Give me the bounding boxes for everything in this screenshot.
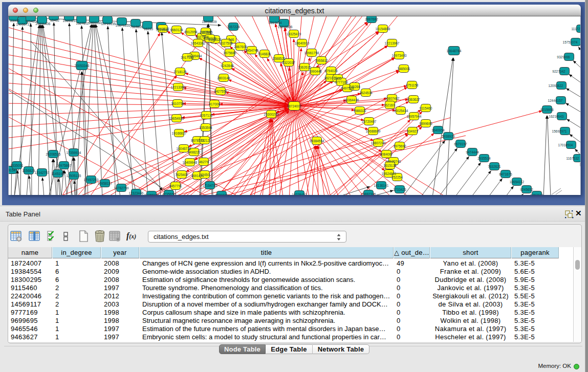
svg-text:1615132: 1615132 [383, 164, 397, 167]
svg-text:9084067: 9084067 [380, 152, 393, 156]
svg-text:2435: 2435 [334, 77, 342, 80]
svg-text:7632621: 7632621 [488, 165, 501, 168]
svg-text:6794028: 6794028 [324, 69, 338, 73]
svg-text:9115460: 9115460 [420, 106, 432, 110]
svg-text:9245652: 9245652 [520, 188, 533, 191]
svg-text:18640910: 18640910 [295, 41, 310, 45]
svg-text:16543362: 16543362 [191, 41, 206, 45]
svg-text:17359934: 17359934 [67, 151, 81, 155]
svg-text:16154808: 16154808 [376, 27, 390, 31]
svg-text:25300293: 25300293 [264, 113, 279, 116]
svg-text:18807249: 18807249 [371, 141, 386, 145]
svg-text:546: 546 [229, 38, 234, 41]
svg-text:20364436: 20364436 [344, 98, 359, 102]
svg-text:9363627: 9363627 [407, 98, 420, 101]
svg-text:19166827: 19166827 [172, 132, 187, 135]
svg-text:1975692: 1975692 [393, 144, 406, 148]
svg-text:746266: 746266 [349, 85, 360, 89]
svg-text:9227342: 9227342 [552, 70, 565, 73]
svg-text:2803144: 2803144 [217, 76, 230, 80]
svg-text:1610754: 1610754 [171, 102, 184, 105]
svg-text:1733426: 1733426 [393, 188, 406, 191]
svg-text:5938923: 5938923 [442, 135, 455, 138]
svg-text:16648784: 16648784 [447, 49, 462, 53]
svg-text:7986322: 7986322 [353, 109, 366, 113]
svg-text:12505135: 12505135 [67, 174, 81, 178]
svg-text:2935514: 2935514 [477, 157, 491, 160]
svg-text:1167532: 1167532 [567, 157, 579, 160]
svg-text:1527602: 1527602 [76, 21, 89, 25]
svg-text:10688609: 10688609 [366, 129, 381, 133]
svg-text:8215958: 8215958 [540, 108, 554, 112]
svg-text:9660124: 9660124 [170, 28, 183, 32]
svg-text:9474444: 9474444 [466, 150, 479, 154]
svg-text:12213967: 12213967 [385, 41, 400, 45]
svg-text:1751158: 1751158 [406, 83, 419, 87]
svg-text:17957253: 17957253 [84, 178, 99, 182]
svg-text:9327508: 9327508 [220, 41, 233, 45]
svg-text:16033809: 16033809 [202, 20, 217, 24]
svg-text:13325419: 13325419 [287, 32, 301, 36]
svg-text:4735650: 4735650 [162, 192, 176, 195]
svg-text:2718126: 2718126 [173, 70, 187, 74]
svg-text:3267130: 3267130 [200, 114, 213, 117]
svg-text:3498222: 3498222 [187, 150, 201, 154]
svg-text:23996: 23996 [10, 19, 19, 23]
svg-text:934923: 934923 [407, 129, 418, 133]
svg-text:12323446: 12323446 [129, 191, 144, 195]
svg-text:7515526: 7515526 [130, 25, 143, 29]
svg-text:92450: 92450 [200, 173, 209, 177]
svg-text:25882305: 25882305 [361, 192, 376, 195]
svg-text:14136141: 14136141 [374, 184, 389, 187]
svg-text:12342757: 12342757 [35, 171, 50, 174]
svg-text:10973493: 10973493 [392, 54, 407, 57]
svg-text:8471676: 8471676 [499, 172, 512, 176]
svg-text:1990448: 1990448 [309, 70, 322, 73]
svg-text:26206535: 26206535 [46, 152, 61, 156]
svg-text:9457791: 9457791 [169, 184, 182, 188]
svg-text:6466160: 6466160 [89, 21, 102, 25]
svg-text:12213369: 12213369 [171, 85, 186, 89]
svg-text:22455603: 22455603 [144, 193, 159, 195]
svg-text:11172: 11172 [571, 27, 580, 31]
svg-text:1145193: 1145193 [52, 172, 64, 176]
svg-text:10671355: 10671355 [116, 24, 130, 27]
svg-text:3675685: 3675685 [223, 51, 236, 55]
svg-text:3624534: 3624534 [359, 91, 373, 95]
svg-text:7357224: 7357224 [227, 25, 240, 29]
svg-text:19384554: 19384554 [310, 139, 324, 143]
svg-text:10654112: 10654112 [510, 180, 525, 184]
svg-text:12093822: 12093822 [549, 84, 563, 87]
svg-text:19524861: 19524861 [382, 172, 397, 176]
svg-text:1362615: 1362615 [298, 65, 311, 69]
svg-text:19654925: 19654925 [169, 117, 184, 120]
svg-text:12444157: 12444157 [548, 99, 563, 102]
svg-text:1588520: 1588520 [272, 57, 286, 60]
svg-text:17016504: 17016504 [558, 143, 573, 147]
svg-text:9146821: 9146821 [258, 52, 271, 56]
svg-text:15720407: 15720407 [362, 120, 377, 123]
svg-text:10719155: 10719155 [101, 22, 116, 26]
svg-text:10025434: 10025434 [394, 109, 408, 113]
svg-text:7625402: 7625402 [175, 173, 188, 177]
svg-text:9899695: 9899695 [419, 122, 432, 125]
svg-text:62160: 62160 [385, 103, 395, 107]
svg-text:73212: 73212 [200, 139, 209, 142]
svg-text:10228452: 10228452 [292, 193, 307, 195]
svg-text:16235: 16235 [144, 27, 153, 31]
svg-text:8454749: 8454749 [245, 49, 258, 52]
svg-text:1640954: 1640954 [431, 128, 445, 132]
svg-text:10958117: 10958117 [98, 182, 113, 185]
svg-text:18724007: 18724007 [287, 104, 302, 108]
svg-text:1353594: 1353594 [199, 126, 212, 129]
svg-text:19218506: 19218506 [278, 25, 293, 29]
svg-text:2887682: 2887682 [365, 17, 378, 21]
svg-text:1156829: 1156829 [23, 169, 35, 172]
svg-text:10961758: 10961758 [304, 51, 319, 55]
svg-text:9329966: 9329966 [557, 55, 570, 59]
svg-text:8427552: 8427552 [214, 90, 227, 93]
svg-text:7955812: 7955812 [315, 59, 328, 62]
svg-text:30975867: 30975867 [57, 164, 72, 167]
svg-text:6679197: 6679197 [454, 142, 467, 146]
svg-text:417006: 417006 [209, 102, 220, 106]
